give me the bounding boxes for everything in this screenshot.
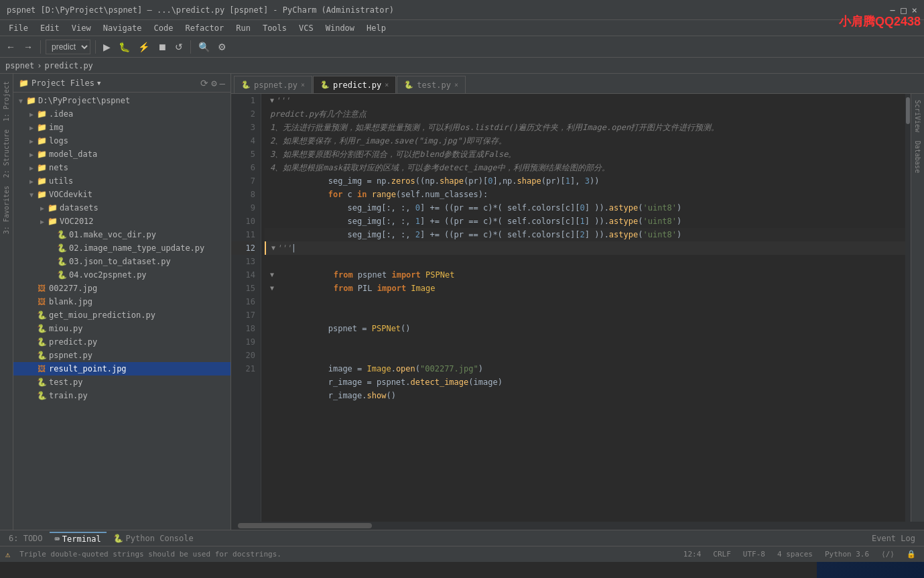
02image-label: 02.image_name_type_update.py [69,243,204,253]
tab-predict-close[interactable]: × [385,81,389,89]
code-line-3: 1、无法进行批量预测，如果想要批量预测，可以利用os.listdir()遍历文件… [265,121,905,134]
menu-refactor[interactable]: Refactor [180,22,229,34]
tree-utils[interactable]: ▶ 📁 utils [13,174,230,188]
train-label: train.py [49,391,88,400]
scroll-thumb[interactable] [906,97,910,124]
tab-test[interactable]: 🐍 test.py × [397,76,466,93]
tree-test[interactable]: ▶ 🐍 test.py [13,375,230,389]
tab-predict-label: predict.py [333,80,381,90]
tab-python-console[interactable]: 🐍 Python Console [108,532,199,544]
settings-button[interactable]: ⚙ [215,40,229,54]
tree-img[interactable]: ▶ 📁 img [13,121,230,134]
menu-run[interactable]: Run [230,22,256,34]
01make-icon: 🐍 [56,230,67,239]
line-separator[interactable]: CRLF [710,550,734,559]
result-label: result_point.jpg [49,364,127,373]
coverage-button[interactable]: ⚡ [135,40,152,54]
dropdown-arrow[interactable]: ▼ [97,80,101,86]
warning-message[interactable]: Triple double-quoted strings should be u… [17,550,284,559]
tree-getmiou[interactable]: ▶ 🐍 get_miou_prediction.py [13,308,230,322]
menu-vcs[interactable]: VCS [293,22,319,34]
tree-01make[interactable]: ▶ 🐍 01.make_voc_dir.py [13,228,230,241]
scroll-indicator[interactable] [905,94,911,522]
code-line-24 [265,402,905,416]
fold-14[interactable]: ▼ [270,268,274,282]
code-line-16 [265,295,905,308]
tree-blank[interactable]: ▶ 🖼 blank.jpg [13,295,230,308]
tab-todo[interactable]: 6: TODO [3,532,48,544]
tree-logs[interactable]: ▶ 📁 logs [13,134,230,148]
menu-view[interactable]: View [66,22,96,34]
tree-result[interactable]: ▶ 🖼 result_point.jpg [13,362,230,375]
tab-test-close[interactable]: × [454,81,458,89]
tab-structure[interactable]: 2: Structure [1,125,11,182]
scriview-panel[interactable]: ScriView [913,97,923,135]
reload-button[interactable]: ↺ [172,40,186,54]
tab-favorites[interactable]: 3: Favorites [1,182,11,238]
fold-15[interactable]: ▼ [270,282,274,295]
search-button[interactable]: 🔍 [196,40,212,54]
menu-help[interactable]: Help [361,22,391,34]
tab-terminal[interactable]: ⌨ Terminal [50,532,107,545]
project-files-label: 📁 Project Files ▼ [19,78,101,88]
tree-train[interactable]: ▶ 🐍 train.py [13,389,230,402]
encoding[interactable]: UTF-8 [740,550,768,559]
tab-pspnet[interactable]: 🐍 pspnet.py × [234,76,312,93]
tree-pspnet[interactable]: ▶ 🐍 pspnet.py [13,349,230,362]
tree-idea[interactable]: ▶ 📁 .idea [13,107,230,121]
debug-button[interactable]: 🐛 [116,40,133,54]
sidebar-actions: ⟳ ⚙ – [200,78,225,89]
fold-1[interactable]: ▼ [270,94,274,107]
tree-nets[interactable]: ▶ 📁 nets [13,161,230,174]
run-config-dropdown[interactable]: predict [46,40,90,54]
menu-code[interactable]: Code [149,22,179,34]
right-panel: ScriView Database [911,94,924,522]
tree-predict[interactable]: ▶ 🐍 predict.py [13,335,230,349]
main-area: 1: Project 2: Structure 3: Favorites 📁 P… [0,74,924,530]
tree-04voc[interactable]: ▶ 🐍 04.voc2pspnet.py [13,268,230,282]
tree-datasets[interactable]: ▶ 📁 datasets [13,201,230,215]
tab-event-log[interactable]: Event Log [866,532,921,544]
datasets-folder-icon: 📁 [47,203,58,213]
forward-button[interactable]: → [21,40,36,54]
breadcrumb-predict[interactable]: predict.py [45,61,93,70]
database-panel[interactable]: Database [913,138,923,176]
horizontal-scrollbar[interactable] [231,522,924,530]
settings-icon[interactable]: ⚙ [211,78,216,89]
tab-predict[interactable]: 🐍 predict.py × [313,76,396,93]
python-version[interactable]: Python 3.6 [822,550,872,559]
menu-navigate[interactable]: Navigate [98,22,147,34]
menu-window[interactable]: Window [320,22,360,34]
pspnet-label: pspnet.py [49,351,92,360]
collapse-icon[interactable]: – [220,78,225,89]
tree-miou[interactable]: ▶ 🐍 miou.py [13,322,230,335]
model-label: model_data [49,150,97,159]
menu-tools[interactable]: Tools [257,22,292,34]
sync-icon[interactable]: ⟳ [200,78,208,89]
fold-12[interactable]: ▼ [271,241,275,255]
hscroll-thumb[interactable] [238,523,372,528]
stop-button[interactable]: ⏹ [155,40,170,54]
indent-setting[interactable]: 4 spaces [775,550,815,559]
menu-edit[interactable]: Edit [35,22,65,34]
logs-arrow: ▶ [27,137,36,145]
tree-002277[interactable]: ▶ 🖼 002277.jpg [13,282,230,295]
tree-03json[interactable]: ▶ 🐍 03.json_to_dataset.py [13,255,230,268]
idea-arrow: ▶ [27,111,36,118]
tree-model-data[interactable]: ▶ 📁 model_data [13,148,230,161]
line-5-content: 3、如果想要原图和分割图不混合，可以把blend参数设置成False。 [270,148,516,161]
voc-label: VOCdevkit [49,190,92,199]
menu-file[interactable]: File [3,22,34,34]
window-title: pspnet [D:\PyProject\pspnet] – ...\predi… [7,5,394,15]
code-editor[interactable]: ▼ ''' predict.py有几个注意点 1、无法进行批量预测，如果想要批量… [261,94,905,522]
tree-root[interactable]: ▼ 📁 D:\PyProject\pspnet [13,94,230,107]
breadcrumb-pspnet[interactable]: pspnet [5,61,34,70]
run-button[interactable]: ▶ [101,40,113,54]
cursor-position[interactable]: 12:4 [681,550,704,559]
tree-02image[interactable]: ▶ 🐍 02.image_name_type_update.py [13,241,230,255]
tree-vocdevkit[interactable]: ▼ 📁 VOCdevkit [13,188,230,201]
back-button[interactable]: ← [3,40,18,54]
tab-pspnet-close[interactable]: × [301,81,305,89]
tree-voc2012[interactable]: ▶ 📁 VOC2012 [13,215,230,228]
tab-project[interactable]: 1: Project [1,77,11,125]
